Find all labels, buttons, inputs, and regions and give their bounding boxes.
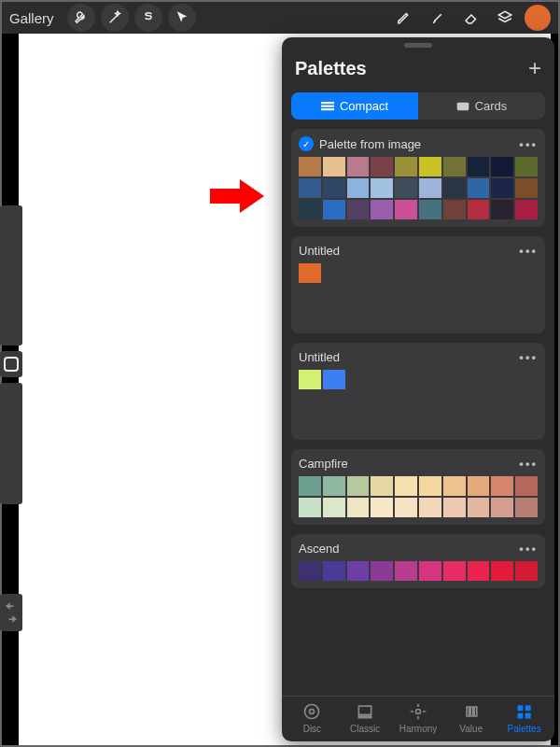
- swatch[interactable]: [395, 391, 417, 411]
- palette-name[interactable]: Campfire: [299, 457, 348, 471]
- swatch[interactable]: [299, 200, 321, 219]
- modify-button[interactable]: [0, 351, 22, 377]
- swatch[interactable]: [323, 157, 345, 176]
- swatch[interactable]: [491, 306, 513, 326]
- swatch[interactable]: [515, 391, 538, 411]
- swatch[interactable]: [299, 263, 321, 283]
- tab-cards[interactable]: Cards: [418, 92, 545, 120]
- swatch[interactable]: [323, 200, 345, 219]
- palette-card[interactable]: ✓Palette from image•••: [291, 129, 545, 227]
- swatch[interactable]: [515, 498, 538, 517]
- swatch[interactable]: [347, 200, 370, 219]
- swatch[interactable]: [347, 306, 370, 326]
- color-button[interactable]: [525, 5, 551, 31]
- swatch[interactable]: [419, 498, 441, 517]
- opacity-slider[interactable]: [0, 383, 22, 504]
- tab-disc[interactable]: Disc: [286, 702, 339, 734]
- swatch[interactable]: [419, 178, 441, 198]
- swatch[interactable]: [323, 285, 345, 304]
- swatch[interactable]: [419, 200, 441, 219]
- swatch[interactable]: [347, 285, 370, 304]
- swatch[interactable]: [323, 391, 345, 411]
- swatch[interactable]: [395, 498, 417, 517]
- swatch[interactable]: [323, 476, 345, 496]
- swatch[interactable]: [515, 157, 538, 176]
- swatch[interactable]: [395, 178, 417, 198]
- swatch[interactable]: [515, 285, 538, 304]
- undo-icon[interactable]: [5, 601, 18, 611]
- swatch[interactable]: [419, 263, 441, 283]
- smudge-button[interactable]: [424, 4, 452, 32]
- swatch[interactable]: [347, 498, 370, 517]
- palette-more-button[interactable]: •••: [519, 137, 538, 151]
- swatch[interactable]: [515, 476, 538, 496]
- swatch[interactable]: [515, 200, 538, 219]
- swatch[interactable]: [468, 157, 490, 176]
- swatch[interactable]: [491, 370, 513, 389]
- swatch[interactable]: [347, 370, 370, 389]
- swatch[interactable]: [323, 370, 345, 389]
- palette-more-button[interactable]: •••: [519, 244, 538, 258]
- swatch[interactable]: [371, 391, 393, 411]
- swatch[interactable]: [299, 413, 321, 432]
- swatch[interactable]: [443, 413, 466, 432]
- swatch[interactable]: [347, 391, 370, 411]
- swatch[interactable]: [371, 200, 393, 219]
- swatch[interactable]: [395, 476, 417, 496]
- swatch[interactable]: [468, 285, 490, 304]
- swatch[interactable]: [371, 306, 393, 326]
- swatch[interactable]: [395, 157, 417, 176]
- palette-card[interactable]: Untitled•••: [291, 343, 545, 440]
- swatch[interactable]: [468, 306, 490, 326]
- swatch[interactable]: [371, 561, 393, 581]
- swatch[interactable]: [347, 476, 370, 496]
- swatch[interactable]: [468, 391, 490, 411]
- palette-card[interactable]: Untitled•••: [291, 236, 545, 333]
- swatch[interactable]: [299, 561, 321, 581]
- swatch[interactable]: [371, 476, 393, 496]
- erase-button[interactable]: [457, 4, 485, 32]
- swatch[interactable]: [443, 498, 466, 517]
- swatch[interactable]: [371, 263, 393, 283]
- swatch[interactable]: [371, 178, 393, 198]
- gallery-link[interactable]: Gallery: [9, 10, 54, 26]
- swatch[interactable]: [491, 200, 513, 219]
- swatch[interactable]: [443, 178, 466, 198]
- swatch[interactable]: [347, 178, 370, 198]
- swatch[interactable]: [419, 370, 441, 389]
- swatch[interactable]: [419, 413, 441, 432]
- palette-name[interactable]: Untitled: [299, 350, 340, 364]
- swatch[interactable]: [443, 391, 466, 411]
- swatch[interactable]: [347, 561, 370, 581]
- swatch[interactable]: [468, 263, 490, 283]
- swatch[interactable]: [491, 263, 513, 283]
- move-button[interactable]: [168, 4, 196, 32]
- swatch[interactable]: [371, 370, 393, 389]
- swatch[interactable]: [491, 157, 513, 176]
- swatch[interactable]: [443, 263, 466, 283]
- swatch[interactable]: [395, 370, 417, 389]
- swatch[interactable]: [299, 498, 321, 517]
- swatch[interactable]: [419, 285, 441, 304]
- swatch[interactable]: [371, 498, 393, 517]
- palette-card[interactable]: Ascend•••: [291, 534, 545, 588]
- swatch[interactable]: [395, 200, 417, 219]
- swatch[interactable]: [468, 178, 490, 198]
- swatch[interactable]: [491, 561, 513, 581]
- swatch[interactable]: [491, 178, 513, 198]
- swatch[interactable]: [371, 413, 393, 432]
- swatch[interactable]: [299, 157, 321, 176]
- tab-palettes[interactable]: Palettes: [497, 702, 551, 734]
- swatch[interactable]: [419, 561, 441, 581]
- swatch[interactable]: [443, 285, 466, 304]
- swatch[interactable]: [323, 498, 345, 517]
- swatch[interactable]: [419, 157, 441, 176]
- swatch[interactable]: [468, 413, 490, 432]
- swatch[interactable]: [491, 285, 513, 304]
- swatch[interactable]: [515, 370, 538, 389]
- adjustments-button[interactable]: [101, 4, 129, 32]
- swatch[interactable]: [299, 370, 321, 389]
- swatch[interactable]: [491, 391, 513, 411]
- swatch[interactable]: [323, 561, 345, 581]
- swatch[interactable]: [491, 498, 513, 517]
